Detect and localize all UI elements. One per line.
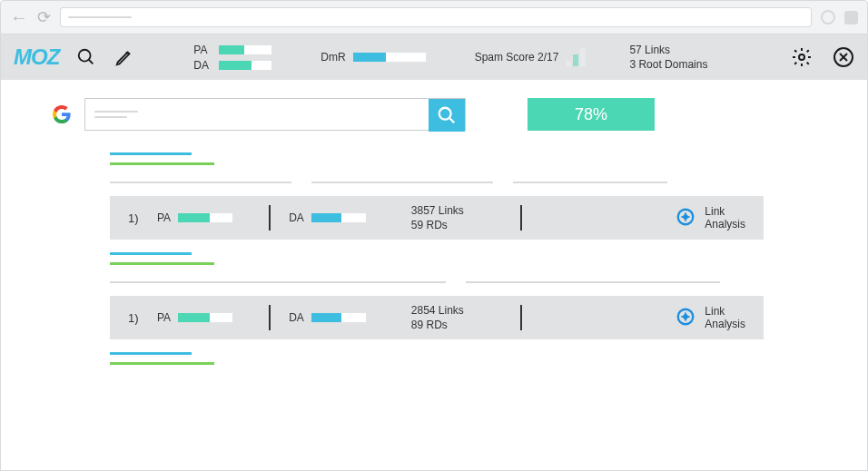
result-desc-placeholder (110, 182, 291, 183)
result-title-placeholder[interactable] (110, 352, 192, 355)
url-bar[interactable] (60, 7, 812, 27)
dmr-group: DmR (321, 51, 425, 64)
svg-point-6 (439, 108, 451, 120)
close-icon[interactable] (833, 46, 854, 68)
spam-bars-icon (566, 48, 586, 66)
chrome-square-icon[interactable] (844, 11, 858, 25)
links-count: 57 Links (629, 44, 707, 56)
result-url-placeholder[interactable] (110, 262, 214, 265)
result-item (1, 352, 867, 365)
svg-line-7 (449, 118, 455, 123)
result-desc-placeholder (513, 182, 667, 183)
links-summary: 2854 Links 89 RDs (411, 304, 502, 331)
da-label: DA (193, 59, 213, 72)
pencil-icon[interactable] (113, 46, 135, 68)
result-desc-placeholder (466, 281, 720, 283)
refresh-icon[interactable]: ⟳ (37, 7, 51, 27)
spam-group: Spam Score 2/17 (475, 48, 587, 66)
root-domains-count: 3 Root Domains (629, 58, 707, 71)
links-count: 2854 Links (411, 304, 502, 317)
pa-da-group: PA DA (193, 44, 271, 72)
result-item: 1) PA DA 3857 Links 59 RDs LinkAnalysis (1, 152, 867, 240)
link-summary: 57 Links 3 Root Domains (629, 44, 707, 71)
search-icon[interactable] (75, 46, 97, 68)
moz-logo[interactable]: MOZ (14, 44, 59, 70)
da-bar (219, 61, 271, 70)
pa-metric: PA (157, 311, 232, 324)
url-placeholder-line (68, 16, 132, 18)
google-logo-icon[interactable] (52, 104, 72, 124)
result-desc-placeholder (311, 182, 493, 183)
rds-count: 89 RDs (411, 319, 502, 331)
da-metric: DA (289, 311, 366, 324)
result-url-placeholder[interactable] (110, 362, 214, 365)
pa-bar (178, 213, 232, 222)
chrome-circle-icon[interactable] (821, 10, 835, 25)
result-index: 1) (128, 211, 157, 225)
da-metric: DA (289, 211, 366, 224)
pa-label: PA (157, 311, 171, 324)
compass-icon (676, 207, 695, 230)
pa-bar (178, 313, 232, 322)
pa-label: PA (157, 211, 171, 224)
da-bar (311, 313, 366, 322)
da-bar (311, 213, 366, 222)
dmr-label: DmR (321, 51, 345, 64)
mozbar-toolbar: MOZ PA DA DmR Spam Score 2/17 (0, 34, 868, 80)
svg-point-2 (799, 54, 804, 60)
result-metrics-bar: 1) PA DA 3857 Links 59 RDs LinkAnalysis (110, 196, 764, 240)
pa-bar (219, 45, 271, 54)
dmr-bar (353, 53, 426, 62)
result-item: 1) PA DA 2854 Links 89 RDs LinkAnalysis (1, 252, 867, 339)
result-index: 1) (128, 311, 157, 325)
result-title-placeholder[interactable] (110, 152, 192, 155)
link-analysis-label: LinkAnalysis (705, 305, 745, 331)
divider-icon (520, 305, 522, 330)
links-summary: 3857 Links 59 RDs (411, 204, 502, 231)
compass-icon (676, 307, 695, 329)
rds-count: 59 RDs (411, 219, 502, 231)
content-area: 78% 1) PA DA 3857 Links 59 RDs (0, 80, 868, 471)
divider-icon (269, 205, 271, 231)
svg-point-0 (79, 50, 91, 62)
link-analysis-label: LinkAnalysis (705, 205, 745, 231)
search-submit-button[interactable] (429, 99, 465, 132)
divider-icon (520, 205, 522, 231)
divider-icon (269, 305, 271, 330)
pa-metric: PA (157, 211, 232, 224)
svg-line-1 (89, 60, 94, 64)
da-label: DA (289, 311, 304, 324)
result-title-placeholder[interactable] (110, 252, 192, 255)
result-metrics-bar: 1) PA DA 2854 Links 89 RDs LinkAnalysis (110, 296, 764, 339)
result-url-placeholder[interactable] (110, 162, 214, 165)
browser-chrome: ← ⟳ (0, 0, 868, 34)
links-count: 3857 Links (411, 204, 502, 217)
link-analysis-button[interactable]: LinkAnalysis (676, 205, 745, 231)
result-desc-placeholder (110, 281, 446, 283)
search-row: 78% (1, 98, 867, 131)
spam-label: Spam Score 2/17 (475, 51, 559, 64)
search-input[interactable] (84, 98, 466, 131)
pa-label: PA (193, 44, 213, 56)
percent-badge: 78% (528, 98, 655, 131)
back-icon[interactable]: ← (10, 7, 28, 28)
da-label: DA (289, 211, 304, 224)
gear-icon[interactable] (791, 46, 813, 68)
link-analysis-button[interactable]: LinkAnalysis (676, 305, 745, 331)
